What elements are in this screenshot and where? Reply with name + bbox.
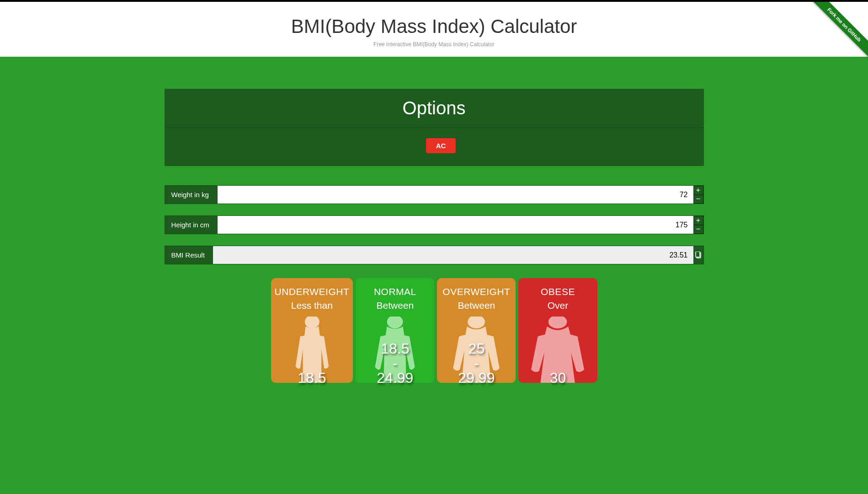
category-value: 18.5 - 24.99 (359, 341, 431, 385)
category-sub: Less than (275, 300, 350, 311)
height-input[interactable] (218, 216, 693, 234)
ac-button[interactable]: AC (426, 138, 456, 153)
options-title: Options (165, 89, 704, 128)
weight-plus-button[interactable]: + (693, 186, 703, 195)
bmi-categories: UNDERWEIGHT Less than 18.5 NORMAL Betwee (270, 278, 599, 383)
category-underweight: UNDERWEIGHT Less than 18.5 (271, 278, 353, 383)
page-subtitle: Free interactive BMI(Body Mass Index) Ca… (0, 41, 868, 48)
category-normal: NORMAL Between 18.5 - 24.99 (356, 278, 434, 383)
result-row: BMI Result (165, 246, 704, 264)
category-title: OBESE (522, 286, 593, 297)
category-value: 18.5 (275, 370, 350, 385)
height-minus-button[interactable]: − (693, 225, 703, 234)
svg-rect-1 (696, 252, 700, 257)
result-label: BMI Result (165, 246, 213, 264)
svg-point-3 (387, 317, 403, 328)
copy-button[interactable] (693, 246, 703, 264)
weight-label: Weight in kg (165, 186, 218, 204)
category-title: UNDERWEIGHT (275, 286, 350, 297)
category-title: OVERWEIGHT (441, 286, 512, 297)
category-sub: Between (359, 300, 431, 311)
category-sub: Over (522, 300, 593, 311)
category-value: 25 - 29.99 (441, 341, 512, 385)
page-title: BMI(Body Mass Index) Calculator (0, 16, 868, 38)
weight-row: Weight in kg + − (165, 185, 704, 204)
clipboard-icon (695, 252, 702, 259)
minus-icon: − (696, 195, 700, 203)
minus-icon: − (696, 226, 700, 233)
category-title: NORMAL (359, 286, 431, 297)
svg-point-2 (304, 317, 319, 328)
category-value: 30 (522, 370, 593, 385)
svg-point-4 (468, 317, 485, 328)
height-label: Height in cm (165, 216, 218, 234)
height-plus-button[interactable]: + (693, 216, 703, 225)
category-obese: OBESE Over 30 (518, 278, 597, 383)
options-panel: Options AC (165, 89, 704, 166)
result-output (213, 246, 693, 264)
plus-icon: + (696, 187, 700, 194)
fork-ribbon-label: Fork me on GitHub (805, 2, 868, 64)
category-overweight: OVERWEIGHT Between 25 - 29.99 (437, 278, 516, 383)
weight-input[interactable] (218, 186, 693, 204)
weight-minus-button[interactable]: − (693, 195, 703, 204)
fork-ribbon[interactable]: Fork me on GitHub (799, 2, 868, 70)
svg-point-5 (548, 317, 567, 328)
height-row: Height in cm + − (165, 215, 704, 234)
category-sub: Between (441, 300, 512, 311)
plus-icon: + (696, 217, 700, 224)
